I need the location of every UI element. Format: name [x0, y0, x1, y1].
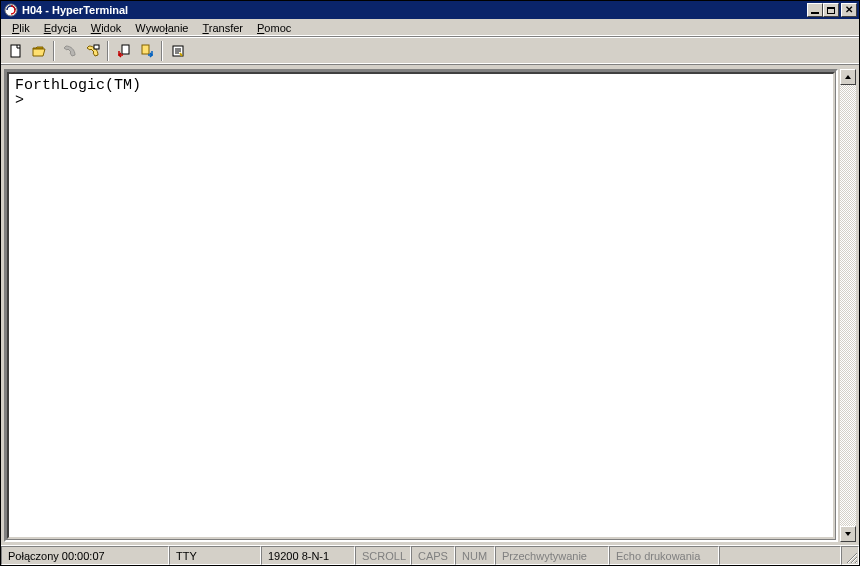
svg-line-14: [856, 562, 857, 563]
status-emulation: TTY: [169, 546, 261, 565]
toolbar: [1, 37, 859, 65]
vertical-scrollbar[interactable]: [840, 69, 856, 542]
menu-transfer-label: Transfer: [202, 22, 243, 34]
app-icon: [3, 2, 19, 18]
close-button[interactable]: ✕: [841, 3, 857, 17]
menu-help-label: Pomoc: [257, 22, 291, 34]
call-button[interactable]: [58, 40, 81, 62]
phone-icon: [62, 43, 78, 59]
terminal-frame: ForthLogic(TM) >: [4, 69, 838, 542]
terminal[interactable]: ForthLogic(TM) >: [11, 76, 831, 535]
terminal-prompt: >: [15, 92, 24, 109]
menu-transfer[interactable]: Transfer: [195, 20, 250, 36]
menu-file-label: Plik: [12, 22, 30, 34]
send-file-icon: [116, 43, 132, 59]
client-area: ForthLogic(TM) >: [1, 65, 859, 545]
status-port: 19200 8-N-1: [261, 546, 355, 565]
maximize-button[interactable]: [823, 3, 839, 17]
new-file-icon: [8, 43, 24, 59]
app-window: H04 - HyperTerminal ✕ Plik Edycja Widok …: [0, 0, 860, 566]
open-folder-icon: [31, 43, 47, 59]
status-scroll: SCROLL: [355, 546, 411, 565]
svg-rect-2: [94, 45, 99, 49]
disconnect-button[interactable]: [81, 40, 104, 62]
status-connection: Połączony 00:00:07: [1, 546, 169, 565]
menu-edit[interactable]: Edycja: [37, 20, 84, 36]
window-controls: ✕: [807, 3, 857, 17]
properties-icon: [170, 43, 186, 59]
menu-edit-label: Edycja: [44, 22, 77, 34]
scroll-track[interactable]: [840, 85, 856, 526]
titlebar[interactable]: H04 - HyperTerminal ✕: [1, 1, 859, 19]
svg-rect-3: [122, 45, 129, 54]
toolbar-separator: [107, 41, 109, 61]
phone-hangup-icon: [85, 43, 101, 59]
menu-help[interactable]: Pomoc: [250, 20, 298, 36]
menu-file[interactable]: Plik: [5, 20, 37, 36]
scroll-down-button[interactable]: [840, 526, 856, 542]
send-button[interactable]: [112, 40, 135, 62]
resize-grip[interactable]: [841, 546, 859, 565]
open-button[interactable]: [27, 40, 50, 62]
properties-button[interactable]: [166, 40, 189, 62]
grip-icon: [845, 551, 857, 563]
chevron-up-icon: [844, 73, 852, 81]
status-capture: Przechwytywanie: [495, 546, 609, 565]
toolbar-separator: [161, 41, 163, 61]
svg-rect-1: [11, 45, 20, 57]
statusbar: Połączony 00:00:07 TTY 19200 8-N-1 SCROL…: [1, 545, 859, 565]
new-button[interactable]: [4, 40, 27, 62]
menu-view-label: Widok: [91, 22, 122, 34]
receive-file-icon: [139, 43, 155, 59]
menu-call-label: Wywołanie: [135, 22, 188, 34]
menubar: Plik Edycja Widok Wywołanie Transfer Pom…: [1, 19, 859, 37]
status-echo: Echo drukowania: [609, 546, 719, 565]
terminal-line: ForthLogic(TM): [15, 77, 141, 94]
menu-call[interactable]: Wywołanie: [128, 20, 195, 36]
status-num: NUM: [455, 546, 495, 565]
terminal-inner: ForthLogic(TM) >: [7, 72, 835, 539]
minimize-button[interactable]: [807, 3, 823, 17]
toolbar-separator: [53, 41, 55, 61]
svg-rect-4: [142, 45, 149, 54]
window-title: H04 - HyperTerminal: [22, 4, 807, 16]
receive-button[interactable]: [135, 40, 158, 62]
status-spacer: [719, 546, 841, 565]
status-caps: CAPS: [411, 546, 455, 565]
chevron-down-icon: [844, 530, 852, 538]
menu-view[interactable]: Widok: [84, 20, 129, 36]
scroll-up-button[interactable]: [840, 69, 856, 85]
